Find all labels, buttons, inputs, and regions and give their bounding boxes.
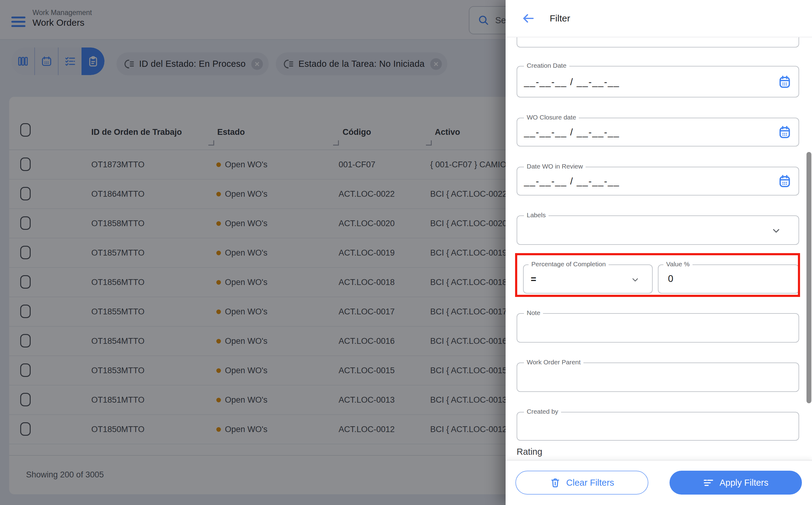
modal-overlay[interactable] [0, 0, 505, 505]
wo-parent-input[interactable] [517, 362, 799, 392]
apply-filters-button[interactable]: Apply Filters [669, 471, 802, 495]
calendar-picker-icon[interactable] [778, 125, 792, 139]
clear-filters-button[interactable]: Clear Filters [516, 471, 648, 495]
date-in-review-label: Date WO in Review [524, 163, 586, 170]
calendar-picker-icon[interactable] [778, 75, 792, 89]
creation-date-label: Creation Date [524, 62, 569, 69]
note-input[interactable] [517, 313, 799, 343]
wo-closure-placeholder: __-__-__ / __-__-__ [524, 127, 620, 138]
filter-lines-icon [703, 477, 714, 488]
wo-closure-label: WO Closure date [524, 114, 579, 121]
apply-filters-label: Apply Filters [720, 478, 769, 488]
created-by-input[interactable] [517, 412, 799, 441]
labels-label: Labels [524, 211, 549, 219]
percentage-label: Percentage of Completion [529, 261, 609, 268]
clear-filters-label: Clear Filters [566, 478, 614, 488]
value-pct-value: 0 [668, 273, 673, 284]
filter-panel: Creation Date __-__-__ / __-__-__ WO Clo… [505, 0, 812, 505]
filter-panel-header: Filter [505, 0, 812, 37]
filter-panel-body: Creation Date __-__-__ / __-__-__ WO Clo… [505, 0, 812, 460]
back-arrow-icon[interactable] [522, 12, 535, 25]
value-pct-label: Value % [663, 261, 692, 268]
creation-date-placeholder: __-__-__ / __-__-__ [524, 76, 620, 88]
trash-icon [550, 477, 561, 488]
filter-panel-footer: Clear Filters Apply Filters [505, 460, 812, 505]
note-label: Note [524, 309, 543, 317]
wo-parent-label: Work Order Parent [524, 358, 583, 366]
panel-title: Filter [550, 13, 570, 24]
chevron-down-icon[interactable] [631, 275, 640, 284]
chevron-down-icon[interactable] [771, 225, 781, 236]
date-in-review-placeholder: __-__-__ / __-__-__ [524, 176, 620, 187]
percentage-operator-value: = [531, 274, 536, 285]
value-pct-input[interactable] [658, 265, 799, 294]
created-by-label: Created by [524, 408, 561, 415]
panel-scrollbar-thumb[interactable] [806, 152, 811, 403]
calendar-picker-icon[interactable] [778, 174, 792, 188]
rating-section-label: Rating [517, 447, 542, 457]
labels-select[interactable] [517, 215, 799, 245]
